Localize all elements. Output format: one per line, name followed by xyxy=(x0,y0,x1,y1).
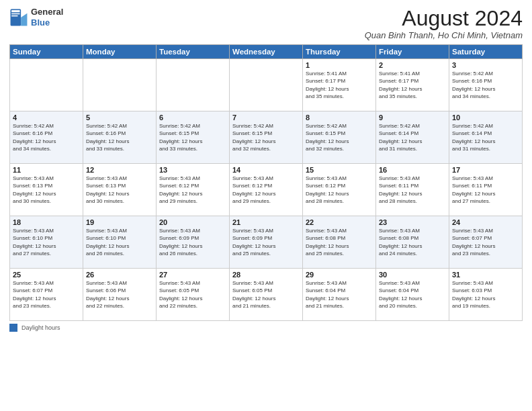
day-number: 16 xyxy=(379,166,446,174)
day-number: 6 xyxy=(159,113,226,122)
day-number: 26 xyxy=(86,271,153,279)
calendar-cell: 1Sunrise: 5:41 AM Sunset: 6:17 PM Daylig… xyxy=(303,59,376,111)
day-number: 8 xyxy=(306,113,373,122)
logo-general-text: General xyxy=(31,7,63,17)
calendar-cell xyxy=(157,59,230,111)
day-info: Sunrise: 5:43 AM Sunset: 6:11 PM Dayligh… xyxy=(379,175,446,205)
calendar-cell: 11Sunrise: 5:43 AM Sunset: 6:13 PM Dayli… xyxy=(10,164,83,216)
day-number: 27 xyxy=(159,271,226,279)
day-number: 15 xyxy=(306,166,373,174)
day-number: 1 xyxy=(306,61,373,69)
day-number: 11 xyxy=(13,166,80,174)
column-header-thursday: Thursday xyxy=(303,45,376,59)
day-number: 29 xyxy=(306,271,373,279)
day-info: Sunrise: 5:42 AM Sunset: 6:16 PM Dayligh… xyxy=(86,122,153,152)
day-info: Sunrise: 5:43 AM Sunset: 6:09 PM Dayligh… xyxy=(232,227,300,257)
day-info: Sunrise: 5:43 AM Sunset: 6:10 PM Dayligh… xyxy=(86,227,153,257)
column-header-tuesday: Tuesday xyxy=(157,45,230,59)
day-info: Sunrise: 5:43 AM Sunset: 6:06 PM Dayligh… xyxy=(86,279,153,310)
day-number: 5 xyxy=(86,113,153,122)
day-info: Sunrise: 5:42 AM Sunset: 6:14 PM Dayligh… xyxy=(379,122,446,152)
calendar-cell xyxy=(230,59,303,111)
calendar-cell: 21Sunrise: 5:43 AM Sunset: 6:09 PM Dayli… xyxy=(230,216,303,269)
svg-rect-2 xyxy=(11,10,19,12)
calendar-cell: 27Sunrise: 5:43 AM Sunset: 6:05 PM Dayli… xyxy=(157,269,230,321)
day-number: 9 xyxy=(379,113,446,122)
day-number: 20 xyxy=(159,218,226,226)
calendar-cell: 17Sunrise: 5:43 AM Sunset: 6:11 PM Dayli… xyxy=(449,164,523,216)
daylight-label: Daylight hours xyxy=(21,324,60,331)
svg-rect-3 xyxy=(11,13,19,14)
calendar-table: SundayMondayTuesdayWednesdayThursdayFrid… xyxy=(9,44,523,321)
calendar-cell: 30Sunrise: 5:43 AM Sunset: 6:04 PM Dayli… xyxy=(376,269,449,321)
calendar-cell: 29Sunrise: 5:43 AM Sunset: 6:04 PM Dayli… xyxy=(303,269,376,321)
day-number: 3 xyxy=(452,61,519,69)
calendar-cell: 18Sunrise: 5:43 AM Sunset: 6:10 PM Dayli… xyxy=(10,216,83,269)
day-number: 2 xyxy=(379,61,446,69)
day-info: Sunrise: 5:43 AM Sunset: 6:12 PM Dayligh… xyxy=(306,175,373,205)
column-header-wednesday: Wednesday xyxy=(230,45,303,59)
calendar-cell xyxy=(10,59,83,111)
day-info: Sunrise: 5:43 AM Sunset: 6:07 PM Dayligh… xyxy=(13,279,80,310)
day-info: Sunrise: 5:43 AM Sunset: 6:05 PM Dayligh… xyxy=(232,279,300,310)
calendar-cell: 5Sunrise: 5:42 AM Sunset: 6:16 PM Daylig… xyxy=(83,111,157,164)
calendar-cell: 23Sunrise: 5:43 AM Sunset: 6:08 PM Dayli… xyxy=(376,216,449,269)
day-number: 13 xyxy=(159,166,226,174)
logo-blue-text: Blue xyxy=(31,17,63,28)
logo: General Blue xyxy=(9,7,63,28)
day-info: Sunrise: 5:43 AM Sunset: 6:11 PM Dayligh… xyxy=(452,175,519,205)
column-header-monday: Monday xyxy=(83,45,157,59)
day-info: Sunrise: 5:43 AM Sunset: 6:04 PM Dayligh… xyxy=(306,279,373,310)
day-number: 30 xyxy=(379,271,446,279)
column-header-friday: Friday xyxy=(376,45,449,59)
day-number: 28 xyxy=(232,271,300,279)
day-info: Sunrise: 5:43 AM Sunset: 6:05 PM Dayligh… xyxy=(159,279,226,310)
day-number: 10 xyxy=(452,113,519,122)
day-number: 4 xyxy=(13,113,80,122)
calendar-cell: 13Sunrise: 5:43 AM Sunset: 6:12 PM Dayli… xyxy=(157,164,230,216)
day-info: Sunrise: 5:41 AM Sunset: 6:17 PM Dayligh… xyxy=(379,70,446,100)
day-info: Sunrise: 5:43 AM Sunset: 6:12 PM Dayligh… xyxy=(232,175,300,205)
calendar-cell: 16Sunrise: 5:43 AM Sunset: 6:11 PM Dayli… xyxy=(376,164,449,216)
day-info: Sunrise: 5:42 AM Sunset: 6:16 PM Dayligh… xyxy=(452,70,519,100)
day-info: Sunrise: 5:43 AM Sunset: 6:03 PM Dayligh… xyxy=(452,279,519,310)
day-info: Sunrise: 5:43 AM Sunset: 6:13 PM Dayligh… xyxy=(86,175,153,205)
day-number: 21 xyxy=(232,218,300,226)
calendar-cell: 20Sunrise: 5:43 AM Sunset: 6:09 PM Dayli… xyxy=(157,216,230,269)
calendar-cell: 7Sunrise: 5:42 AM Sunset: 6:15 PM Daylig… xyxy=(230,111,303,164)
day-number: 24 xyxy=(452,218,519,226)
calendar-cell: 2Sunrise: 5:41 AM Sunset: 6:17 PM Daylig… xyxy=(376,59,449,111)
day-info: Sunrise: 5:43 AM Sunset: 6:10 PM Dayligh… xyxy=(13,227,80,257)
day-number: 18 xyxy=(13,218,80,226)
day-info: Sunrise: 5:42 AM Sunset: 6:16 PM Dayligh… xyxy=(13,122,80,152)
daylight-box-icon xyxy=(9,324,17,332)
calendar-cell: 9Sunrise: 5:42 AM Sunset: 6:14 PM Daylig… xyxy=(376,111,449,164)
calendar-cell: 26Sunrise: 5:43 AM Sunset: 6:06 PM Dayli… xyxy=(83,269,157,321)
day-info: Sunrise: 5:42 AM Sunset: 6:15 PM Dayligh… xyxy=(159,122,226,152)
day-info: Sunrise: 5:43 AM Sunset: 6:08 PM Dayligh… xyxy=(379,227,446,257)
footer: Daylight hours xyxy=(9,324,523,332)
calendar-cell xyxy=(83,59,157,111)
day-number: 25 xyxy=(13,271,80,279)
calendar-cell: 12Sunrise: 5:43 AM Sunset: 6:13 PM Dayli… xyxy=(83,164,157,216)
day-info: Sunrise: 5:43 AM Sunset: 6:04 PM Dayligh… xyxy=(379,279,446,310)
month-title: August 2024 xyxy=(365,7,523,30)
day-number: 22 xyxy=(306,218,373,226)
day-info: Sunrise: 5:43 AM Sunset: 6:13 PM Dayligh… xyxy=(13,175,80,205)
calendar-cell: 24Sunrise: 5:43 AM Sunset: 6:07 PM Dayli… xyxy=(449,216,523,269)
day-info: Sunrise: 5:43 AM Sunset: 6:12 PM Dayligh… xyxy=(159,175,226,205)
day-number: 19 xyxy=(86,218,153,226)
day-number: 12 xyxy=(86,166,153,174)
svg-rect-4 xyxy=(11,15,17,16)
day-number: 23 xyxy=(379,218,446,226)
calendar-cell: 31Sunrise: 5:43 AM Sunset: 6:03 PM Dayli… xyxy=(449,269,523,321)
calendar-cell: 22Sunrise: 5:43 AM Sunset: 6:08 PM Dayli… xyxy=(303,216,376,269)
logo-icon xyxy=(9,8,28,27)
day-info: Sunrise: 5:43 AM Sunset: 6:08 PM Dayligh… xyxy=(306,227,373,257)
calendar-cell: 10Sunrise: 5:42 AM Sunset: 6:14 PM Dayli… xyxy=(449,111,523,164)
calendar-cell: 6Sunrise: 5:42 AM Sunset: 6:15 PM Daylig… xyxy=(157,111,230,164)
calendar-cell: 8Sunrise: 5:42 AM Sunset: 6:15 PM Daylig… xyxy=(303,111,376,164)
calendar-cell: 4Sunrise: 5:42 AM Sunset: 6:16 PM Daylig… xyxy=(10,111,83,164)
calendar-cell: 25Sunrise: 5:43 AM Sunset: 6:07 PM Dayli… xyxy=(10,269,83,321)
day-number: 7 xyxy=(232,113,300,122)
